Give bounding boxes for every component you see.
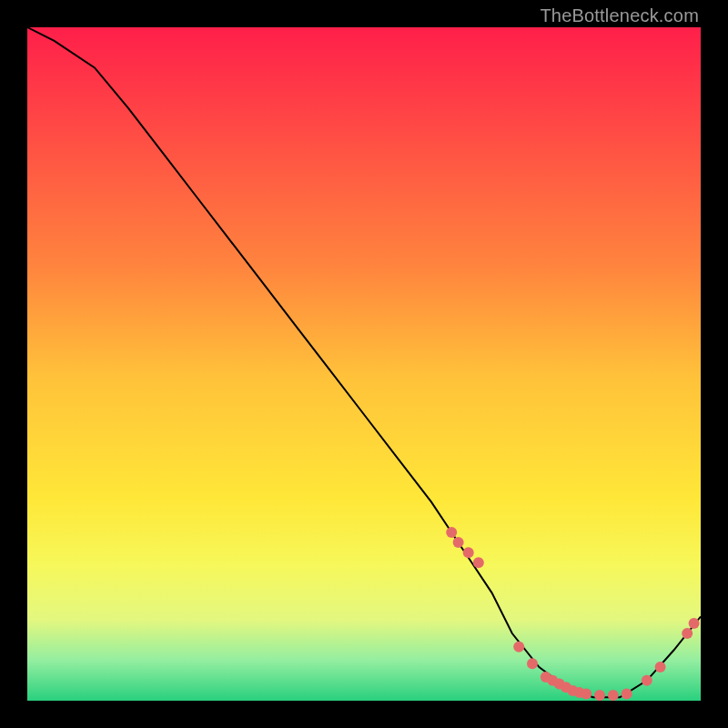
- chart-stage: TheBottleneck.com: [0, 0, 728, 728]
- plot-area: [27, 27, 701, 701]
- data-point: [642, 675, 652, 686]
- data-point: [473, 557, 484, 568]
- data-point: [581, 689, 592, 700]
- data-point: [622, 689, 632, 700]
- data-point: [513, 642, 524, 652]
- data-point: [682, 628, 693, 639]
- data-points-group: [446, 527, 699, 701]
- data-point: [608, 690, 619, 701]
- bottleneck-curve: [27, 27, 701, 697]
- data-point: [527, 658, 538, 669]
- watermark-text: TheBottleneck.com: [540, 5, 699, 26]
- curve-layer: [27, 27, 701, 701]
- data-point: [689, 618, 700, 629]
- data-point: [594, 690, 605, 701]
- data-point: [463, 547, 474, 558]
- data-point: [453, 537, 464, 548]
- data-point: [655, 662, 666, 672]
- data-point: [446, 527, 457, 538]
